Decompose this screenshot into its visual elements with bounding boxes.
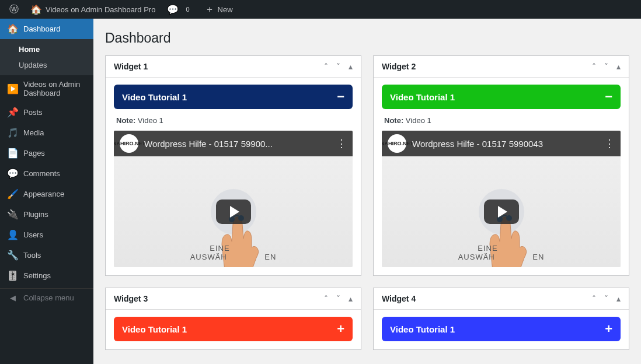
home-icon: 🏠: [30, 4, 42, 15]
comment-icon: 💬: [167, 4, 179, 15]
chevron-up-icon[interactable]: ˄: [324, 294, 328, 303]
tutorial-bar[interactable]: Video Tutorial 1+: [114, 317, 353, 341]
sidebar-item-users[interactable]: 👤 Users: [0, 225, 93, 245]
collapse-icon[interactable]: −: [337, 90, 344, 103]
channel-avatar[interactable]: NAHIRO.NET: [120, 134, 138, 153]
widget-controls: ˄˅▴: [324, 294, 353, 303]
toolbar-new[interactable]: ＋ New: [200, 0, 238, 19]
sidebar-collapse[interactable]: ◀ Collapse menu: [0, 288, 93, 307]
sidebar-item-dashboard[interactable]: 🏠 Dashboard: [0, 19, 93, 39]
play-button[interactable]: [216, 200, 251, 224]
expand-icon[interactable]: +: [605, 323, 612, 335]
widget-title: Widget 4: [382, 294, 416, 303]
admin-sidebar: 🏠 Dashboard Home Updates ▶️ Videos on Ad…: [0, 19, 93, 364]
widget-body: Video Tutorial 1+: [374, 310, 629, 349]
dashboard-icon: 🏠: [7, 23, 19, 34]
stage-caption: EINE AUSWÄH EN: [382, 244, 621, 261]
sidebar-subitem-updates[interactable]: Updates: [0, 57, 93, 73]
widget-body: Video Tutorial 1+: [106, 310, 361, 349]
tutorial-label: Video Tutorial 1: [390, 92, 455, 102]
sidebar-item-settings[interactable]: 🎚️ Settings: [0, 265, 93, 286]
media-icon: 🎵: [7, 127, 19, 138]
stage-caption: EINE AUSWÄH EN: [114, 244, 353, 261]
video-stage[interactable]: EINE AUSWÄH EN: [382, 156, 621, 267]
widget-title: Widget 1: [114, 62, 148, 71]
tutorial-label: Video Tutorial 1: [122, 92, 187, 102]
chevron-up-icon[interactable]: ˄: [592, 62, 596, 71]
sidebar-label: Posts: [23, 108, 43, 117]
sidebar-label: Media: [23, 128, 44, 137]
sidebar-label: Appearance: [23, 190, 64, 198]
channel-avatar[interactable]: NAHIRO.NET: [388, 134, 406, 153]
toggle-icon[interactable]: ▴: [616, 294, 621, 303]
chevron-up-icon[interactable]: ˄: [592, 294, 596, 303]
toolbar-comments-count: 0: [182, 5, 193, 13]
sidebar-label: Plugins: [23, 210, 48, 219]
sidebar-label: Dashboard: [23, 24, 61, 33]
chevron-down-icon[interactable]: ˅: [336, 294, 340, 303]
widget: Widget 2˄˅▴Video Tutorial 1−Note: Video …: [373, 55, 629, 276]
tutorial-label: Video Tutorial 1: [122, 324, 187, 334]
toggle-icon[interactable]: ▴: [349, 294, 353, 303]
sidebar-label: Settings: [23, 271, 51, 280]
sidebar-item-pages[interactable]: 📄 Pages: [0, 143, 93, 163]
video-title[interactable]: Wordpress Hilfe - 01517 59900...: [144, 139, 330, 149]
more-icon[interactable]: ⋮: [604, 137, 615, 150]
page-icon: 📄: [7, 148, 19, 159]
play-button[interactable]: [484, 200, 519, 224]
widget-body: Video Tutorial 1−Note: Video 1NAHIRO.NET…: [374, 78, 629, 275]
video-stage[interactable]: EINE AUSWÄH EN: [114, 156, 353, 267]
sidebar-label: Videos on Admin Dashboard: [23, 80, 86, 97]
chevron-down-icon[interactable]: ˅: [604, 294, 608, 303]
toolbar-new-label: New: [218, 5, 233, 14]
widget-body: Video Tutorial 1−Note: Video 1NAHIRO.NET…: [106, 78, 361, 275]
sidebar-item-posts[interactable]: 📌 Posts: [0, 102, 93, 123]
wrench-icon: 🔧: [7, 250, 19, 261]
expand-icon[interactable]: +: [337, 323, 344, 335]
sidebar-item-comments[interactable]: 💬 Comments: [0, 163, 93, 184]
sidebar-collapse-label: Collapse menu: [23, 293, 74, 302]
comment-icon: 💬: [7, 168, 19, 179]
widget-grid: Widget 1˄˅▴Video Tutorial 1−Note: Video …: [105, 55, 629, 350]
sliders-icon: 🎚️: [7, 270, 19, 281]
tutorial-bar[interactable]: Video Tutorial 1+: [382, 317, 621, 341]
chevron-left-icon: ◀: [7, 293, 19, 302]
sidebar-item-appearance[interactable]: 🖌️ Appearance: [0, 184, 93, 204]
toggle-icon[interactable]: ▴: [616, 62, 621, 71]
chevron-down-icon[interactable]: ˅: [336, 62, 340, 71]
admin-toolbar: ⓦ 🏠 Videos on Admin Dashboard Pro 💬 0 ＋ …: [0, 0, 641, 19]
sidebar-item-tools[interactable]: 🔧 Tools: [0, 245, 93, 265]
sidebar-item-media[interactable]: 🎵 Media: [0, 123, 93, 143]
sidebar-item-videos[interactable]: ▶️ Videos on Admin Dashboard: [0, 75, 93, 102]
sidebar-subitem-home[interactable]: Home: [0, 41, 93, 57]
main-content: Dashboard Widget 1˄˅▴Video Tutorial 1−No…: [93, 19, 641, 364]
more-icon[interactable]: ⋮: [336, 137, 347, 150]
note-label: Note:: [384, 116, 403, 125]
tutorial-bar[interactable]: Video Tutorial 1−: [382, 85, 621, 109]
widget: Widget 4˄˅▴Video Tutorial 1+: [373, 288, 629, 350]
widget-controls: ˄˅▴: [592, 294, 621, 303]
toggle-icon[interactable]: ▴: [349, 62, 353, 71]
note-value: Video 1: [138, 116, 163, 125]
widget-header: Widget 1˄˅▴: [106, 56, 361, 78]
video-top-bar: NAHIRO.NETWordpress Hilfe - 01517 599004…: [382, 131, 621, 156]
sidebar-label: Pages: [23, 149, 45, 158]
sidebar-item-plugins[interactable]: 🔌 Plugins: [0, 204, 93, 225]
video-embed: NAHIRO.NETWordpress Hilfe - 01517 59900.…: [114, 131, 353, 267]
toolbar-site-link[interactable]: 🏠 Videos on Admin Dashboard Pro: [26, 0, 160, 19]
toolbar-comments[interactable]: 💬 0: [162, 0, 197, 19]
widget-controls: ˄˅▴: [592, 62, 621, 71]
collapse-icon[interactable]: −: [605, 90, 612, 103]
chevron-down-icon[interactable]: ˅: [604, 62, 608, 71]
chevron-up-icon[interactable]: ˄: [324, 62, 328, 71]
toolbar-wp-logo[interactable]: ⓦ: [5, 0, 23, 19]
brush-icon: 🖌️: [7, 188, 19, 200]
sidebar-label: Users: [23, 230, 43, 239]
pin-icon: 📌: [7, 107, 19, 118]
widget-title: Widget 3: [114, 294, 148, 303]
tutorial-bar[interactable]: Video Tutorial 1−: [114, 85, 353, 109]
video-title[interactable]: Wordpress Hilfe - 01517 5990043: [412, 139, 598, 149]
toolbar-site-title: Videos on Admin Dashboard Pro: [46, 5, 155, 14]
widget-header: Widget 4˄˅▴: [374, 288, 629, 310]
widget-header: Widget 2˄˅▴: [374, 56, 629, 78]
